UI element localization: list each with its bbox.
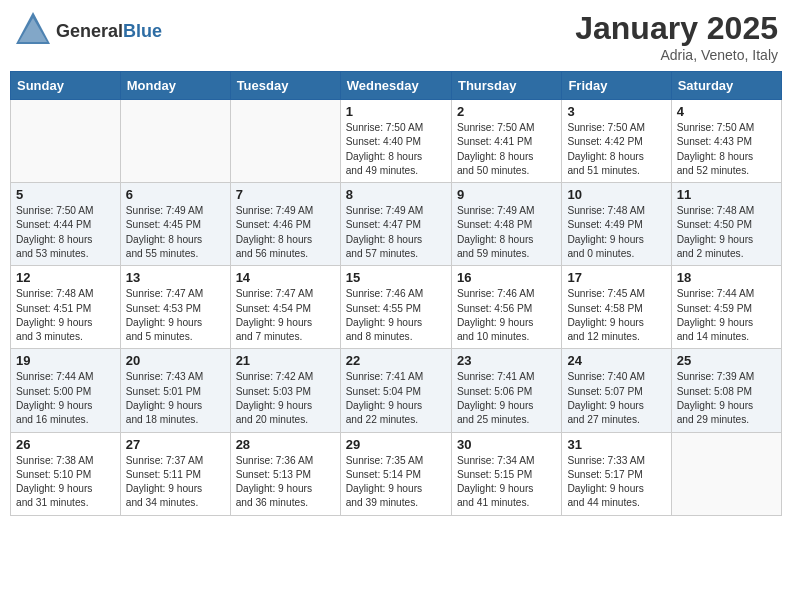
day-info: Sunrise: 7:39 AM Sunset: 5:08 PM Dayligh… [677,370,776,427]
day-number: 24 [567,353,665,368]
day-number: 6 [126,187,225,202]
calendar-cell: 26Sunrise: 7:38 AM Sunset: 5:10 PM Dayli… [11,432,121,515]
day-number: 18 [677,270,776,285]
calendar-cell: 18Sunrise: 7:44 AM Sunset: 4:59 PM Dayli… [671,266,781,349]
calendar-cell: 1Sunrise: 7:50 AM Sunset: 4:40 PM Daylig… [340,100,451,183]
day-number: 31 [567,437,665,452]
calendar-table: SundayMondayTuesdayWednesdayThursdayFrid… [10,71,782,516]
weekday-header-saturday: Saturday [671,72,781,100]
day-info: Sunrise: 7:49 AM Sunset: 4:47 PM Dayligh… [346,204,446,261]
day-info: Sunrise: 7:41 AM Sunset: 5:06 PM Dayligh… [457,370,556,427]
day-info: Sunrise: 7:50 AM Sunset: 4:43 PM Dayligh… [677,121,776,178]
calendar-cell: 22Sunrise: 7:41 AM Sunset: 5:04 PM Dayli… [340,349,451,432]
calendar-cell [120,100,230,183]
day-number: 3 [567,104,665,119]
weekday-header-friday: Friday [562,72,671,100]
calendar-week-row: 5Sunrise: 7:50 AM Sunset: 4:44 PM Daylig… [11,183,782,266]
day-number: 13 [126,270,225,285]
day-info: Sunrise: 7:47 AM Sunset: 4:53 PM Dayligh… [126,287,225,344]
logo-text: GeneralBlue [56,21,162,42]
calendar-cell: 11Sunrise: 7:48 AM Sunset: 4:50 PM Dayli… [671,183,781,266]
day-number: 21 [236,353,335,368]
weekday-header-sunday: Sunday [11,72,121,100]
day-number: 17 [567,270,665,285]
day-number: 2 [457,104,556,119]
day-number: 25 [677,353,776,368]
weekday-header-thursday: Thursday [451,72,561,100]
day-number: 4 [677,104,776,119]
day-info: Sunrise: 7:50 AM Sunset: 4:44 PM Dayligh… [16,204,115,261]
day-info: Sunrise: 7:41 AM Sunset: 5:04 PM Dayligh… [346,370,446,427]
day-number: 12 [16,270,115,285]
day-number: 28 [236,437,335,452]
location-subtitle: Adria, Veneto, Italy [575,47,778,63]
weekday-header-wednesday: Wednesday [340,72,451,100]
day-info: Sunrise: 7:44 AM Sunset: 4:59 PM Dayligh… [677,287,776,344]
day-info: Sunrise: 7:37 AM Sunset: 5:11 PM Dayligh… [126,454,225,511]
month-title: January 2025 [575,10,778,47]
day-number: 14 [236,270,335,285]
day-number: 23 [457,353,556,368]
day-number: 5 [16,187,115,202]
calendar-cell: 2Sunrise: 7:50 AM Sunset: 4:41 PM Daylig… [451,100,561,183]
day-info: Sunrise: 7:46 AM Sunset: 4:56 PM Dayligh… [457,287,556,344]
day-number: 26 [16,437,115,452]
day-number: 7 [236,187,335,202]
calendar-cell: 3Sunrise: 7:50 AM Sunset: 4:42 PM Daylig… [562,100,671,183]
day-info: Sunrise: 7:48 AM Sunset: 4:50 PM Dayligh… [677,204,776,261]
day-number: 16 [457,270,556,285]
calendar-cell: 12Sunrise: 7:48 AM Sunset: 4:51 PM Dayli… [11,266,121,349]
calendar-cell: 16Sunrise: 7:46 AM Sunset: 4:56 PM Dayli… [451,266,561,349]
calendar-cell: 24Sunrise: 7:40 AM Sunset: 5:07 PM Dayli… [562,349,671,432]
day-number: 19 [16,353,115,368]
calendar-cell: 7Sunrise: 7:49 AM Sunset: 4:46 PM Daylig… [230,183,340,266]
calendar-cell: 25Sunrise: 7:39 AM Sunset: 5:08 PM Dayli… [671,349,781,432]
day-info: Sunrise: 7:40 AM Sunset: 5:07 PM Dayligh… [567,370,665,427]
logo: GeneralBlue [14,10,162,52]
day-info: Sunrise: 7:49 AM Sunset: 4:48 PM Dayligh… [457,204,556,261]
day-info: Sunrise: 7:46 AM Sunset: 4:55 PM Dayligh… [346,287,446,344]
day-number: 30 [457,437,556,452]
calendar-cell: 20Sunrise: 7:43 AM Sunset: 5:01 PM Dayli… [120,349,230,432]
calendar-cell: 8Sunrise: 7:49 AM Sunset: 4:47 PM Daylig… [340,183,451,266]
day-number: 22 [346,353,446,368]
day-number: 1 [346,104,446,119]
day-info: Sunrise: 7:44 AM Sunset: 5:00 PM Dayligh… [16,370,115,427]
calendar-cell: 4Sunrise: 7:50 AM Sunset: 4:43 PM Daylig… [671,100,781,183]
calendar-cell [11,100,121,183]
day-number: 20 [126,353,225,368]
calendar-week-row: 1Sunrise: 7:50 AM Sunset: 4:40 PM Daylig… [11,100,782,183]
day-info: Sunrise: 7:33 AM Sunset: 5:17 PM Dayligh… [567,454,665,511]
day-number: 11 [677,187,776,202]
calendar-cell: 14Sunrise: 7:47 AM Sunset: 4:54 PM Dayli… [230,266,340,349]
svg-marker-1 [19,18,47,42]
calendar-cell: 29Sunrise: 7:35 AM Sunset: 5:14 PM Dayli… [340,432,451,515]
day-info: Sunrise: 7:49 AM Sunset: 4:46 PM Dayligh… [236,204,335,261]
calendar-week-row: 26Sunrise: 7:38 AM Sunset: 5:10 PM Dayli… [11,432,782,515]
weekday-header-monday: Monday [120,72,230,100]
day-number: 9 [457,187,556,202]
calendar-cell: 15Sunrise: 7:46 AM Sunset: 4:55 PM Dayli… [340,266,451,349]
day-info: Sunrise: 7:43 AM Sunset: 5:01 PM Dayligh… [126,370,225,427]
page-header: GeneralBlue January 2025 Adria, Veneto, … [10,10,782,63]
calendar-cell: 30Sunrise: 7:34 AM Sunset: 5:15 PM Dayli… [451,432,561,515]
day-info: Sunrise: 7:48 AM Sunset: 4:51 PM Dayligh… [16,287,115,344]
calendar-cell [671,432,781,515]
calendar-cell: 9Sunrise: 7:49 AM Sunset: 4:48 PM Daylig… [451,183,561,266]
day-info: Sunrise: 7:36 AM Sunset: 5:13 PM Dayligh… [236,454,335,511]
calendar-cell: 28Sunrise: 7:36 AM Sunset: 5:13 PM Dayli… [230,432,340,515]
logo-graphic [14,10,52,52]
calendar-cell: 23Sunrise: 7:41 AM Sunset: 5:06 PM Dayli… [451,349,561,432]
logo-general: General [56,21,123,41]
day-info: Sunrise: 7:35 AM Sunset: 5:14 PM Dayligh… [346,454,446,511]
day-info: Sunrise: 7:49 AM Sunset: 4:45 PM Dayligh… [126,204,225,261]
weekday-header-tuesday: Tuesday [230,72,340,100]
calendar-cell: 21Sunrise: 7:42 AM Sunset: 5:03 PM Dayli… [230,349,340,432]
calendar-cell: 17Sunrise: 7:45 AM Sunset: 4:58 PM Dayli… [562,266,671,349]
day-info: Sunrise: 7:50 AM Sunset: 4:40 PM Dayligh… [346,121,446,178]
day-number: 15 [346,270,446,285]
day-info: Sunrise: 7:47 AM Sunset: 4:54 PM Dayligh… [236,287,335,344]
calendar-cell [230,100,340,183]
logo-blue: Blue [123,21,162,41]
day-info: Sunrise: 7:34 AM Sunset: 5:15 PM Dayligh… [457,454,556,511]
